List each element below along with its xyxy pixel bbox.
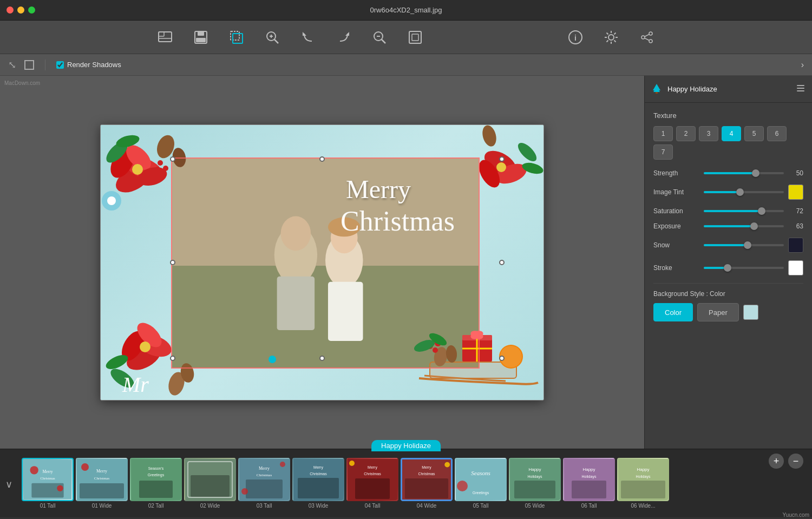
- svg-rect-6: [231, 31, 239, 40]
- canvas[interactable]: Mr: [100, 124, 544, 400]
- svg-text:Merry: Merry: [313, 465, 323, 470]
- exposure-slider-row: Exposure 63: [653, 222, 803, 230]
- exposure-label: Exposure: [653, 222, 699, 230]
- thumb-label-03-tall: 03 Tall: [257, 503, 272, 509]
- template-thumb-04-tall[interactable]: Merry Christmas 04 Tall: [346, 458, 398, 509]
- template-thumb-06-wide[interactable]: Happy Holidays 06 Wide...: [617, 458, 669, 509]
- handle-bottom-center[interactable]: [319, 356, 325, 361]
- minimize-button[interactable]: [17, 6, 24, 14]
- main-layout: MacDown.com: [0, 76, 812, 449]
- template-thumb-05-wide[interactable]: Happy Holidays 05 Wide: [509, 458, 561, 509]
- zoom-in-icon[interactable]: [263, 28, 282, 47]
- bottom-strip: Happy Holidaze ∨ + − Merry Christmas: [0, 449, 812, 519]
- rotate-left-icon[interactable]: [298, 28, 318, 47]
- svg-text:Happy: Happy: [528, 467, 541, 472]
- handle-bottom-right[interactable]: [499, 356, 505, 361]
- svg-rect-89: [797, 85, 804, 86]
- svg-rect-88: [656, 92, 658, 94]
- remove-template-button[interactable]: −: [788, 454, 803, 469]
- add-template-button[interactable]: +: [769, 454, 784, 469]
- info-icon[interactable]: i: [566, 28, 585, 47]
- svg-text:Merry: Merry: [422, 465, 431, 470]
- svg-rect-31: [277, 276, 315, 330]
- template-thumb-05-tall[interactable]: Seasons Greetings 05 Tall: [455, 458, 507, 509]
- image-tint-swatch[interactable]: [788, 185, 803, 200]
- template-thumb-02-wide[interactable]: 02 Wide: [184, 458, 236, 509]
- close-button[interactable]: [6, 6, 14, 14]
- maximize-button[interactable]: [28, 6, 35, 14]
- svg-rect-101: [80, 483, 124, 498]
- svg-point-23: [649, 32, 652, 35]
- svg-point-48: [158, 160, 163, 166]
- texture-btn-3[interactable]: 3: [699, 126, 718, 141]
- texture-btn-7[interactable]: 7: [653, 144, 673, 160]
- snow-slider[interactable]: [704, 244, 784, 246]
- svg-point-24: [649, 40, 652, 43]
- strip-label: Happy Holidaze: [371, 440, 441, 451]
- template-thumb-04-wide[interactable]: Merry Christmas 04 Wide: [401, 458, 453, 509]
- saturation-slider[interactable]: [704, 210, 784, 212]
- handle-bottom-left[interactable]: [170, 356, 175, 361]
- expand-arrow-icon[interactable]: ›: [801, 60, 804, 70]
- selection-tool-icon[interactable]: [24, 60, 34, 70]
- texture-btn-1[interactable]: 1: [653, 126, 673, 141]
- zoom-out-icon[interactable]: [370, 28, 389, 47]
- svg-rect-90: [797, 88, 804, 89]
- bg-paper-button[interactable]: Paper: [697, 303, 739, 321]
- share-icon[interactable]: [637, 28, 657, 47]
- saturation-value: 72: [788, 207, 803, 215]
- template-thumb-03-tall[interactable]: Merry Christmas 03 Tall: [238, 458, 290, 509]
- texture-btn-4[interactable]: 4: [722, 126, 741, 141]
- template-thumb-01-wide[interactable]: Merry Christmas 01 Wide: [76, 458, 128, 509]
- panel-list-icon[interactable]: [796, 83, 806, 95]
- stroke-slider[interactable]: [704, 267, 784, 269]
- fit-icon[interactable]: [405, 28, 425, 47]
- texture-btn-5[interactable]: 5: [744, 126, 764, 141]
- move-tool-icon[interactable]: ⤡: [8, 59, 16, 71]
- crop-icon[interactable]: [227, 28, 246, 47]
- exposure-slider[interactable]: [704, 225, 784, 227]
- svg-text:Season's: Season's: [148, 467, 164, 470]
- svg-text:i: i: [574, 34, 577, 42]
- svg-rect-123: [355, 478, 390, 499]
- handle-top-left[interactable]: [170, 156, 175, 162]
- handle-top-center[interactable]: [319, 156, 325, 162]
- texture-btn-2[interactable]: 2: [676, 126, 696, 141]
- bg-color-swatch[interactable]: [743, 305, 758, 320]
- handle-right-center[interactable]: [499, 260, 505, 265]
- svg-text:Christmas: Christmas: [364, 472, 381, 476]
- template-thumb-01-tall[interactable]: Merry Christmas 01 Tall: [22, 458, 74, 509]
- rotate-right-icon[interactable]: [334, 28, 353, 47]
- svg-point-124: [349, 461, 355, 466]
- title-bar: 0rw6o4cXD2_small.jpg: [0, 0, 812, 21]
- svg-line-16: [382, 40, 385, 43]
- template-thumb-03-wide[interactable]: Merry Christmas 03 Wide: [292, 458, 344, 509]
- svg-line-11: [274, 40, 278, 43]
- svg-line-26: [645, 38, 649, 40]
- template-thumb-02-tall[interactable]: Season's Greetings 02 Tall: [130, 458, 182, 509]
- bg-color-button[interactable]: Color: [653, 303, 693, 321]
- snow-swatch[interactable]: [788, 238, 803, 253]
- handle-rotate[interactable]: [269, 356, 276, 363]
- svg-text:Seasons: Seasons: [471, 470, 490, 476]
- strip-expand-icon[interactable]: ∨: [5, 478, 12, 490]
- svg-text:Christmas: Christmas: [310, 472, 327, 476]
- save-icon[interactable]: [191, 28, 211, 47]
- handle-top-right[interactable]: [499, 156, 505, 162]
- image-tint-slider[interactable]: [704, 191, 784, 193]
- template-thumb-06-tall[interactable]: Happy Holidays 06 Tall: [563, 458, 615, 509]
- settings-icon[interactable]: [601, 28, 621, 47]
- render-shadows-checkbox-label[interactable]: Render Shadows: [56, 61, 121, 69]
- svg-point-129: [444, 462, 450, 468]
- open-image-icon[interactable]: [155, 28, 175, 47]
- panel-header: Happy Holidaze: [645, 76, 812, 103]
- saturation-slider-row: Saturation 72: [653, 207, 803, 215]
- handle-left-center[interactable]: [170, 260, 175, 265]
- strength-slider[interactable]: [704, 172, 784, 174]
- render-shadows-checkbox[interactable]: [56, 61, 64, 69]
- thumb-label-02-wide: 02 Wide: [200, 503, 220, 509]
- card-background: Mr: [101, 125, 543, 400]
- svg-point-22: [641, 36, 645, 39]
- texture-btn-6[interactable]: 6: [767, 126, 787, 141]
- stroke-swatch[interactable]: [788, 260, 803, 275]
